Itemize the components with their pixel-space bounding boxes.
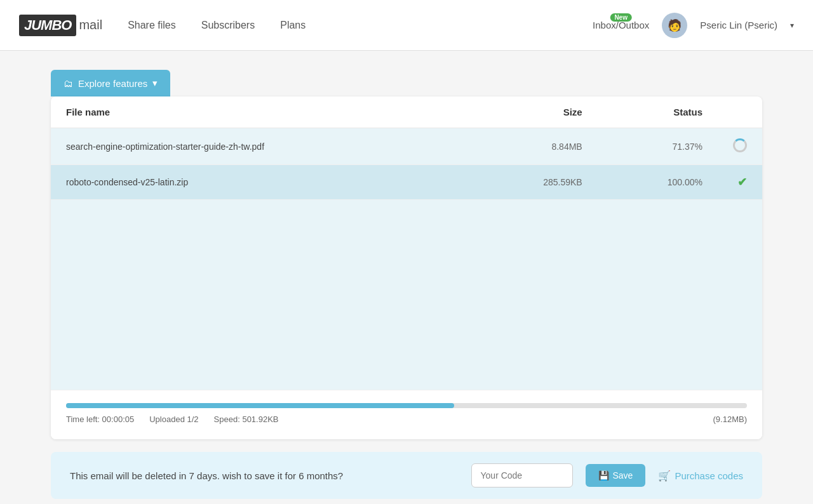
col-header-size: Size	[470, 96, 598, 128]
code-input[interactable]	[471, 463, 573, 487]
new-badge: New	[610, 13, 632, 22]
file-action-cell-2: ✔	[718, 165, 762, 200]
logo: JUMBO mail	[19, 15, 102, 36]
save-icon: 💾	[598, 470, 609, 481]
file-size-cell-1: 8.84MB	[470, 128, 598, 165]
nav-plans[interactable]: Plans	[280, 20, 306, 31]
explore-arrow-icon: ▾	[152, 77, 158, 89]
file-status-cell-2: 100.00%	[598, 165, 718, 200]
file-table: File name Size Status search-engine-opti…	[51, 96, 762, 390]
file-name-cell-2: roboto-condensed-v25-latin.zip	[51, 165, 470, 200]
file-size-cell-2: 285.59KB	[470, 165, 598, 200]
logo-brand: JUMBO	[19, 15, 76, 36]
table-empty-row	[51, 200, 762, 390]
total-size: (9.12MB)	[713, 414, 747, 424]
col-header-filename: File name	[51, 96, 470, 128]
inbox-outbox-wrapper: New Inbox/Outbox	[593, 20, 649, 31]
progress-info: Time left: 00:00:05 Uploaded 1/2 Speed: …	[66, 414, 747, 424]
save-label: Save	[613, 470, 633, 481]
explore-label: Explore features	[78, 78, 147, 89]
progress-area: Time left: 00:00:05 Uploaded 1/2 Speed: …	[51, 390, 762, 439]
upload-complete-icon: ✔	[737, 176, 747, 189]
bottom-banner: This email will be deleted in 7 days. wi…	[51, 452, 762, 499]
logo-suffix: mail	[79, 18, 102, 32]
user-name[interactable]: Pseric Lin (Pseric)	[700, 20, 777, 30]
avatar: 🧑	[662, 13, 687, 38]
cart-icon: 🛒	[658, 470, 671, 482]
file-card: File name Size Status search-engine-opti…	[51, 96, 762, 439]
nav: Share files Subscribers Plans	[128, 20, 593, 31]
header-right: New Inbox/Outbox 🧑 Pseric Lin (Pseric) ▾	[593, 13, 794, 38]
purchase-codes-label: Purchase codes	[675, 470, 743, 481]
user-dropdown-icon[interactable]: ▾	[790, 21, 794, 30]
table-header-row: File name Size Status	[51, 96, 762, 128]
nav-share-files[interactable]: Share files	[128, 20, 176, 31]
header: JUMBO mail Share files Subscribers Plans…	[0, 0, 813, 51]
save-button[interactable]: 💾 Save	[586, 464, 646, 487]
col-header-status: Status	[598, 96, 718, 128]
file-action-cell-1	[718, 128, 762, 165]
table-row: roboto-condensed-v25-latin.zip 285.59KB …	[51, 165, 762, 200]
table-row: search-engine-optimization-starter-guide…	[51, 128, 762, 165]
time-left-label: Time left: 00:00:05	[66, 414, 134, 424]
file-name-cell-1: search-engine-optimization-starter-guide…	[51, 128, 470, 165]
progress-bar-fill	[66, 403, 454, 408]
upload-spinner	[733, 138, 747, 152]
speed-label: Speed: 501.92KB	[214, 414, 279, 424]
main-content: 🗂 Explore features ▾ File name Size Stat…	[0, 51, 813, 504]
col-header-action	[718, 96, 762, 128]
progress-bar-container	[66, 403, 747, 408]
nav-subscribers[interactable]: Subscribers	[201, 20, 255, 31]
uploaded-label: Uploaded 1/2	[149, 414, 198, 424]
explore-icon: 🗂	[64, 78, 73, 89]
banner-message: This email will be deleted in 7 days. wi…	[70, 470, 459, 481]
file-status-cell-1: 71.37%	[598, 128, 718, 165]
progress-left: Time left: 00:00:05 Uploaded 1/2 Speed: …	[66, 414, 279, 424]
purchase-codes-link[interactable]: 🛒 Purchase codes	[658, 470, 743, 482]
explore-features-button[interactable]: 🗂 Explore features ▾	[51, 70, 170, 96]
